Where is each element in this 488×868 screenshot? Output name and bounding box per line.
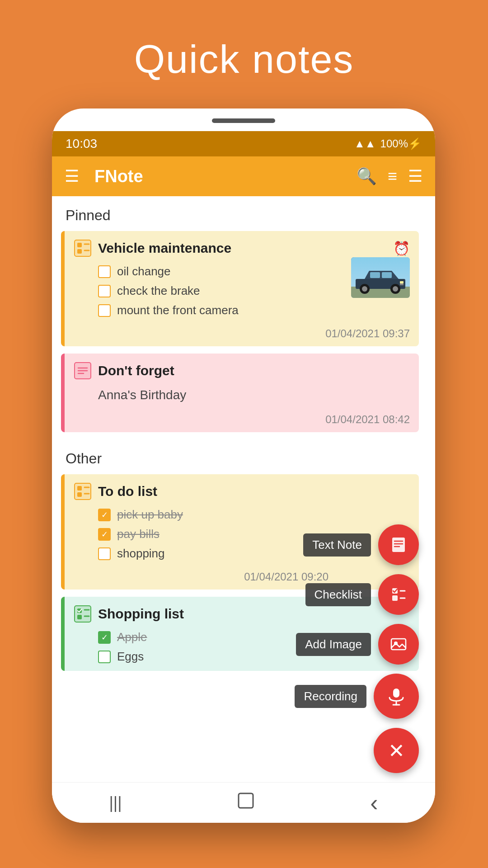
fab-text-note-button[interactable] [378,524,419,565]
svg-rect-15 [400,281,404,283]
note-card-vehicle-maintenance[interactable]: Vehicle maintenance ⏰ oil change check t… [61,231,419,346]
svg-point-14 [393,286,398,292]
pinned-section-label: Pinned [52,196,428,231]
item-text: Eggs [117,650,144,664]
item-text: pick up baby [117,508,183,522]
fab-close-item: ✕ [374,728,419,773]
fab-checklist-label: Checklist [305,583,371,606]
signal-icon: ▲▲ [354,137,376,150]
battery-icon: 100%⚡ [380,137,422,150]
checkbox-shopping[interactable] [98,547,111,560]
svg-rect-34 [392,538,405,552]
svg-rect-0 [75,240,91,256]
svg-rect-22 [75,483,91,500]
fab-text-note-label: Text Note [303,533,371,557]
svg-rect-9 [370,272,380,278]
phone-frame: 10:03 ▲▲ 100%⚡ ☰ FNote 🔍 ≡ ☰ Pinned [52,108,435,823]
svg-rect-24 [77,486,82,491]
fab-close-button[interactable]: ✕ [374,728,419,773]
item-text: pay bills [117,527,160,541]
checklist-item: ✓ pick up baby [98,505,410,524]
checklist-item: mount the front camera [98,301,410,320]
checkbox-pay-bills[interactable]: ✓ [98,528,111,541]
svg-rect-10 [382,272,392,278]
sort-icon[interactable]: ≡ [388,167,397,186]
fab-container: Text Note Checklist [295,524,419,773]
checkbox-brake[interactable] [98,285,111,297]
fab-add-image-item: Add Image [296,624,419,665]
nav-recent-button[interactable]: ||| [109,793,122,812]
checkbox-eggs[interactable] [98,651,111,663]
fab-add-image-label: Add Image [296,633,371,656]
svg-rect-40 [392,595,398,601]
note-body-vehicle: oil change check the brake mount the fro… [65,262,419,325]
item-text: check the brake [117,284,200,298]
page-title: Quick notes [0,36,488,82]
nav-home-button[interactable] [236,791,256,815]
note-title-dont-forget: Don't forget [98,363,410,378]
item-text: mount the front camera [117,303,239,317]
status-bar: 10:03 ▲▲ 100%⚡ [52,131,435,156]
svg-rect-28 [75,606,91,622]
other-section-label: Other [52,439,428,474]
status-time: 10:03 [66,137,97,151]
hamburger-menu-icon[interactable]: ☰ [65,167,79,186]
phone-speaker [212,118,275,123]
svg-rect-4 [77,249,82,254]
app-title: FNote [94,167,346,186]
checkbox-pickup-baby[interactable]: ✓ [98,509,111,521]
fab-recording-button[interactable] [374,674,419,719]
note-title-vehicle: Vehicle maintenance [98,241,387,256]
nav-bar: ||| ‹ [52,782,435,823]
checkbox-camera[interactable] [98,304,111,317]
svg-point-12 [362,286,367,292]
svg-rect-47 [239,793,253,808]
svg-rect-44 [393,689,399,698]
svg-rect-32 [77,615,82,619]
note-card-dont-forget[interactable]: Don't forget Anna's Birthday 01/04/2021 … [61,354,419,432]
svg-rect-42 [391,639,406,650]
text-note-icon [74,362,92,380]
item-text: shopping [117,547,165,561]
item-text: Apple [117,630,147,644]
fab-recording-label: Recording [295,685,366,708]
fab-add-image-button[interactable] [378,624,419,665]
checklist-icon-todo [74,482,92,500]
status-icons: ▲▲ 100%⚡ [354,137,422,150]
close-icon: ✕ [388,739,405,762]
checkbox-oil-change[interactable] [98,265,111,278]
note-timestamp-dont-forget: 01/04/2021 08:42 [65,410,419,432]
svg-rect-2 [77,243,82,247]
item-text: oil change [117,264,171,278]
fab-checklist-button[interactable] [378,574,419,615]
checklist-icon [74,239,92,257]
search-icon[interactable]: 🔍 [357,167,377,186]
note-body-text: Anna's Birthday [98,384,410,406]
note-image-car [351,257,410,298]
app-bar: ☰ FNote 🔍 ≡ ☰ [52,156,435,196]
note-title-todo: To do list [98,484,410,499]
checklist-icon-shopping [74,605,92,623]
svg-rect-26 [77,492,82,497]
list-view-icon[interactable]: ☰ [408,167,422,186]
fab-text-note-item: Text Note [303,524,419,565]
note-timestamp-vehicle: 01/04/2021 09:37 [65,325,419,346]
svg-rect-16 [400,283,404,285]
fab-recording-item: Recording [295,674,419,719]
alarm-icon: ⏰ [393,241,410,256]
fab-checklist-item: Checklist [305,574,419,615]
nav-back-button[interactable]: ‹ [370,789,378,816]
checkbox-apple[interactable]: ✓ [98,631,111,644]
